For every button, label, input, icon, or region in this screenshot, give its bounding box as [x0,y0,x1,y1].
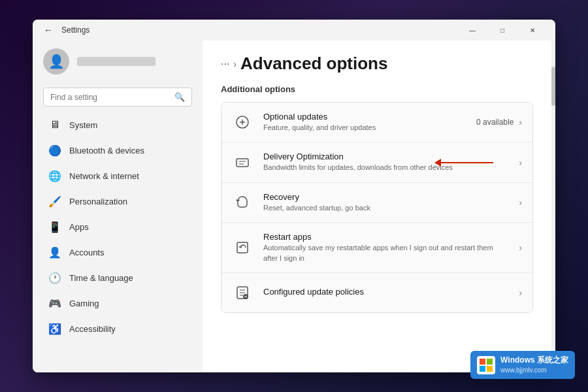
settings-window: ← Settings — □ ✕ 👤 🔍 🖥 [33,20,555,372]
optional-updates-right: 0 available › [476,117,522,127]
optional-updates-chevron: › [519,117,522,127]
configured-policies-text: Configured update policies [263,287,508,298]
close-button[interactable]: ✕ [517,20,547,41]
restart-apps-icon [232,237,253,258]
sidebar-item-accounts[interactable]: 👤 Accounts [38,240,197,265]
watermark-url: www.bjjmlv.com [500,366,568,375]
user-name-placeholder [77,57,155,66]
breadcrumb: ··· › Advanced options [221,54,533,74]
watermark-title: Windows 系统之家 [500,355,568,366]
search-box[interactable]: 🔍 [43,88,192,106]
delivery-optimization-icon [232,152,253,173]
arrow-head [434,159,441,167]
sidebar-nav: 🖥 System 🔵 Bluetooth & devices 🌐 Network… [33,112,203,342]
svg-rect-13 [480,359,485,365]
configured-policies-right: › [519,287,522,298]
sidebar-item-gaming[interactable]: 🎮 Gaming [38,291,197,316]
back-button[interactable]: ← [41,22,56,38]
optional-updates-badge: 0 available [476,118,514,127]
configured-policies-chevron: › [519,287,522,298]
optional-updates-name: Optional updates [263,112,466,122]
section-title: Additional options [221,84,533,94]
sidebar-item-system[interactable]: 🖥 System [38,112,197,137]
sidebar-item-network-label: Network & internet [69,171,139,181]
sidebar-item-personalization-label: Personalization [69,197,127,206]
apps-icon: 📱 [48,220,61,233]
personalization-icon: 🖌️ [48,195,61,208]
sidebar-item-apps-label: Apps [69,222,89,232]
gaming-icon: 🎮 [48,297,61,310]
arrow-line [441,162,493,163]
user-section: 👤 [33,41,203,85]
setting-item-configured-policies[interactable]: Configured update policies › [221,273,532,312]
configured-policies-name: Configured update policies [263,287,508,297]
svg-rect-15 [480,366,485,372]
setting-item-optional-updates[interactable]: Optional updates Feature, quality, and d… [221,103,532,142]
watermark-text: Windows 系统之家 www.bjjmlv.com [500,355,568,375]
restart-apps-text: Restart apps Automatically save my resta… [263,232,508,263]
recovery-name: Recovery [263,192,508,202]
watermark: Windows 系统之家 www.bjjmlv.com [470,351,575,379]
delivery-optimization-chevron: › [519,157,522,168]
optional-updates-desc: Feature, quality, and driver updates [263,123,466,133]
svg-rect-14 [487,359,493,365]
scrollbar-thumb[interactable] [551,67,555,106]
search-icon[interactable]: 🔍 [174,92,185,102]
accessibility-icon: ♿ [48,322,61,335]
recovery-right: › [519,197,522,208]
sidebar-item-network[interactable]: 🌐 Network & internet [38,163,197,188]
title-bar-left: ← Settings [41,22,457,38]
network-icon: 🌐 [48,169,61,182]
settings-list: Optional updates Feature, quality, and d… [221,102,533,313]
sidebar-item-time[interactable]: 🕐 Time & language [38,265,197,290]
recovery-chevron: › [519,197,522,208]
window-title: Settings [61,25,90,35]
sidebar-item-bluetooth[interactable]: 🔵 Bluetooth & devices [38,138,197,163]
svg-rect-16 [487,366,493,372]
recovery-desc: Reset, advanced startup, go back [263,203,508,213]
svg-rect-3 [237,159,248,167]
configured-policies-icon [232,282,253,303]
restart-apps-name: Restart apps [263,232,508,242]
optional-updates-icon [232,112,253,133]
watermark-icon [477,356,495,374]
sidebar-item-accessibility[interactable]: ♿ Accessibility [38,316,197,341]
setting-item-restart-apps[interactable]: Restart apps Automatically save my resta… [221,223,532,273]
bluetooth-icon: 🔵 [48,144,61,157]
accounts-icon: 👤 [48,246,61,259]
sidebar: 👤 🔍 🖥 System 🔵 Bluetooth & devices � [33,41,203,372]
main-content: 👤 🔍 🖥 System 🔵 Bluetooth & devices � [33,41,555,372]
recovery-icon [232,192,253,213]
time-icon: 🕐 [48,271,61,284]
avatar: 👤 [43,48,69,74]
sidebar-item-accounts-label: Accounts [69,248,104,257]
setting-item-delivery-optimization[interactable]: Delivery Optimization Bandwidth limits f… [221,142,532,182]
restart-apps-desc: Automatically save my restartable apps w… [263,243,508,263]
arrow-annotation [434,159,493,167]
sidebar-item-gaming-label: Gaming [69,299,99,308]
sidebar-item-system-label: System [69,120,97,130]
setting-item-recovery[interactable]: Recovery Reset, advanced startup, go bac… [221,183,532,223]
sidebar-item-bluetooth-label: Bluetooth & devices [69,146,144,155]
avatar-icon: 👤 [48,54,65,69]
scrollbar-track [551,41,555,372]
sidebar-item-accessibility-label: Accessibility [69,324,116,334]
title-bar: ← Settings — □ ✕ [33,20,555,41]
recovery-text: Recovery Reset, advanced startup, go bac… [263,192,508,213]
restart-apps-right: › [519,242,522,253]
breadcrumb-dots[interactable]: ··· [221,58,229,70]
maximize-button[interactable]: □ [487,20,517,41]
restart-apps-chevron: › [519,242,522,253]
optional-updates-text: Optional updates Feature, quality, and d… [263,112,466,133]
main-panel: ··· › Advanced options Additional option… [203,41,551,372]
system-icon: 🖥 [48,118,61,131]
window-controls: — □ ✕ [457,20,547,41]
breadcrumb-sep: › [233,59,237,69]
delivery-optimization-right: › [519,157,522,168]
search-input[interactable] [50,93,169,102]
page-title: Advanced options [240,54,387,74]
sidebar-item-apps[interactable]: 📱 Apps [38,214,197,239]
sidebar-item-time-label: Time & language [69,273,133,283]
sidebar-item-personalization[interactable]: 🖌️ Personalization [38,189,197,214]
minimize-button[interactable]: — [457,20,487,41]
